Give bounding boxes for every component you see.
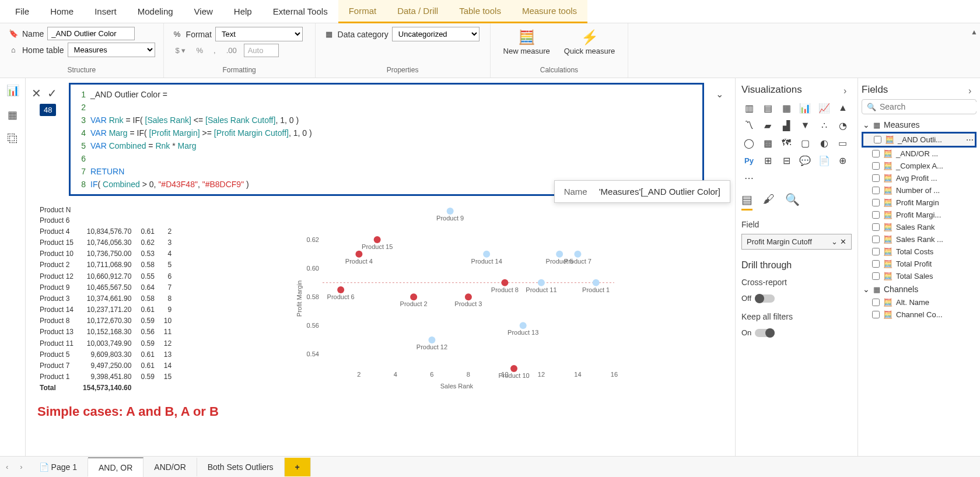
custom-visual-icon[interactable]: ⊕ bbox=[835, 153, 850, 168]
filled-map-icon[interactable]: ▢ bbox=[797, 135, 813, 150]
cancel-formula-icon[interactable]: ✕ bbox=[32, 86, 41, 100]
decomp-tree-icon[interactable]: ⊟ bbox=[779, 153, 794, 168]
field-item[interactable]: 🧮Total Costs bbox=[862, 245, 977, 258]
ribbon-collapse-icon[interactable]: ▲ bbox=[971, 28, 978, 36]
data-category-label: Data category bbox=[338, 30, 388, 39]
ribbon: 🔖 Name ⌂ Home table Measures Structure %… bbox=[0, 23, 980, 78]
product-table[interactable]: Product N Product 6Product 410,834,576.7… bbox=[37, 205, 178, 394]
card-icon[interactable]: ▭ bbox=[835, 135, 850, 150]
field-remove-icon[interactable]: ✕ bbox=[840, 237, 846, 246]
field-item[interactable]: 🧮_AND Outli...⋯ bbox=[862, 132, 977, 148]
paginated-icon[interactable]: 📄 bbox=[817, 153, 832, 168]
field-item[interactable]: 🧮Sales Rank bbox=[862, 221, 977, 233]
menu-home[interactable]: Home bbox=[40, 1, 84, 22]
new-measure-button[interactable]: 🧮 New measure bbox=[499, 27, 555, 58]
search-input[interactable] bbox=[880, 102, 980, 111]
area-chart-icon[interactable]: ▲ bbox=[835, 100, 850, 115]
field-well[interactable]: Profit Margin Cutoff ⌄ ✕ bbox=[741, 234, 852, 250]
search-icon: 🔍 bbox=[867, 103, 876, 111]
field-item[interactable]: 🧮Total Profit bbox=[862, 258, 977, 270]
waterfall-icon[interactable]: ▟ bbox=[779, 118, 794, 133]
structure-group-label: Structure bbox=[8, 66, 155, 74]
qa-icon[interactable]: 💬 bbox=[797, 153, 813, 168]
measure-name-input[interactable] bbox=[47, 27, 135, 40]
comma-button[interactable]: , bbox=[210, 45, 219, 56]
treemap-icon[interactable]: ▩ bbox=[760, 135, 775, 150]
field-item[interactable]: 🧮Alt. Name bbox=[862, 296, 977, 308]
field-dropdown-icon[interactable]: ⌄ bbox=[831, 237, 838, 246]
next-page-icon[interactable]: › bbox=[14, 462, 28, 471]
formula-editor[interactable]: 1_AND Outlier Color =23VAR Rnk = IF( [Sa… bbox=[69, 83, 704, 196]
svg-text:Product 6: Product 6 bbox=[327, 293, 355, 300]
field-item[interactable]: 🧮Profit Margi... bbox=[862, 209, 977, 221]
percent-button[interactable]: % bbox=[192, 45, 206, 56]
home-table-select[interactable]: Measures bbox=[68, 43, 155, 57]
menu-insert[interactable]: Insert bbox=[84, 1, 127, 22]
field-item[interactable]: 🧮Sales Rank ... bbox=[862, 233, 977, 245]
clustered-column-icon[interactable]: 📊 bbox=[797, 100, 813, 115]
key-influencers-icon[interactable]: ⊞ bbox=[760, 153, 775, 168]
stacked-bar-icon[interactable]: ▥ bbox=[741, 100, 757, 115]
scatter-icon[interactable]: ∴ bbox=[817, 118, 832, 133]
fields-tab-icon[interactable]: ▤ bbox=[741, 192, 752, 211]
ribbon-properties: ▦ Data category Uncategorized Properties bbox=[316, 23, 491, 78]
fields-search[interactable]: 🔍 bbox=[862, 99, 977, 114]
commit-formula-icon[interactable]: ✓ bbox=[47, 86, 57, 100]
page-tab-2[interactable]: AND/OR bbox=[144, 458, 197, 476]
py-visual-icon[interactable]: Py bbox=[741, 153, 757, 168]
more-visuals-icon[interactable]: ⋯ bbox=[741, 170, 757, 185]
decimal-places-input[interactable] bbox=[244, 44, 279, 57]
format-select[interactable]: Text bbox=[215, 27, 303, 41]
data-view-icon[interactable]: ▦ bbox=[8, 108, 18, 121]
pie-icon[interactable]: ◔ bbox=[835, 118, 850, 133]
keep-filters-switch[interactable]: On bbox=[741, 328, 852, 337]
add-page-button[interactable]: + bbox=[285, 458, 311, 476]
funnel-icon[interactable]: ▼ bbox=[797, 118, 813, 133]
line-column-icon[interactable]: 〽 bbox=[741, 118, 757, 133]
expand-formula-icon[interactable]: ⌄ bbox=[710, 83, 729, 106]
svg-text:Product 8: Product 8 bbox=[491, 286, 519, 293]
line-chart-icon[interactable]: 📈 bbox=[817, 100, 832, 115]
field-item[interactable]: 🧮_AND/OR ... bbox=[862, 148, 977, 160]
stacked-column-icon[interactable]: ▦ bbox=[779, 100, 794, 115]
gauge-icon[interactable]: ◐ bbox=[817, 135, 832, 150]
field-item[interactable]: 🧮_Complex A... bbox=[862, 160, 977, 172]
fields-expand-icon[interactable]: › bbox=[968, 86, 977, 94]
page-tab-1[interactable]: AND, OR bbox=[88, 457, 144, 477]
quick-measure-button[interactable]: ⚡ Quick measure bbox=[559, 27, 620, 58]
format-tab-icon[interactable]: 🖌 bbox=[763, 192, 775, 211]
field-item[interactable]: 🧮Number of ... bbox=[862, 184, 977, 197]
field-item[interactable]: 🧮Channel Co... bbox=[862, 308, 977, 321]
field-group[interactable]: ⌄▦Channels bbox=[862, 282, 977, 296]
menu-format[interactable]: Format bbox=[338, 0, 387, 23]
ribbon-chart-icon[interactable]: ▰ bbox=[760, 118, 775, 133]
cross-report-switch[interactable]: Off bbox=[741, 294, 852, 303]
menu-measure-tools[interactable]: Measure tools bbox=[512, 0, 587, 23]
menu-external-tools[interactable]: External Tools bbox=[262, 1, 338, 22]
scatter-chart[interactable]: 2468101214160.540.560.580.600.62Sales Ra… bbox=[190, 205, 723, 394]
clustered-bar-icon[interactable]: ▤ bbox=[760, 100, 775, 115]
field-group[interactable]: ⌄▦Measures bbox=[862, 118, 977, 132]
analytics-tab-icon[interactable]: 🔍 bbox=[785, 192, 800, 211]
map-icon[interactable]: 🗺 bbox=[779, 135, 794, 150]
svg-text:Sales Rank: Sales Rank bbox=[440, 383, 474, 390]
menu-table-tools[interactable]: Table tools bbox=[449, 0, 512, 23]
report-view-icon[interactable]: 📊 bbox=[6, 84, 19, 97]
field-item[interactable]: 🧮Total Sales bbox=[862, 270, 977, 282]
prev-page-icon[interactable]: ‹ bbox=[0, 462, 14, 471]
menu-data-drill[interactable]: Data / Drill bbox=[387, 0, 449, 23]
decimal-button[interactable]: .00 bbox=[223, 45, 240, 56]
field-item[interactable]: 🧮Profit Margin bbox=[862, 197, 977, 209]
page-tab-0[interactable]: 📄 Page 1 bbox=[29, 458, 88, 476]
currency-button[interactable]: $ ▾ bbox=[172, 45, 190, 56]
field-item[interactable]: 🧮Avg Profit ... bbox=[862, 172, 977, 184]
menu-help[interactable]: Help bbox=[223, 1, 262, 22]
menu-file[interactable]: File bbox=[5, 1, 40, 22]
menu-modeling[interactable]: Modeling bbox=[127, 1, 184, 22]
donut-icon[interactable]: ◯ bbox=[741, 135, 757, 150]
model-view-icon[interactable]: ⿻ bbox=[8, 133, 18, 145]
data-category-select[interactable]: Uncategorized bbox=[392, 27, 480, 41]
menu-view[interactable]: View bbox=[184, 1, 223, 22]
page-tab-3[interactable]: Both Sets Outliers bbox=[197, 458, 285, 476]
viz-expand-icon[interactable]: › bbox=[844, 86, 852, 94]
